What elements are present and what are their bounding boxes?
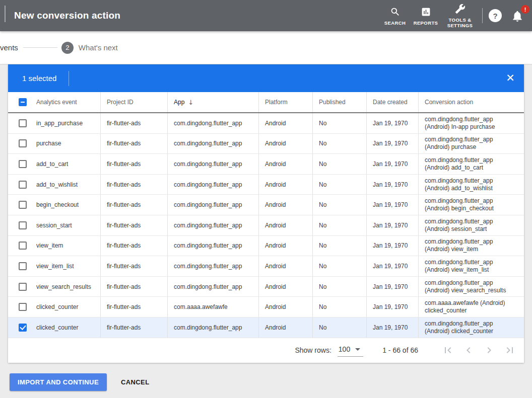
cell-conversion-action: com.dingdong.flutter_app (Android) add_t…: [418, 154, 524, 174]
table-row[interactable]: add_to_wishlist fir-flutter-ads com.ding…: [8, 175, 524, 195]
header-checkbox-cell: [8, 92, 35, 112]
table-row[interactable]: in_app_purchase fir-flutter-ads com.ding…: [8, 113, 524, 134]
app-bar: New conversion action SEARCH REPORTS TOO…: [0, 0, 532, 31]
row-checkbox[interactable]: [19, 262, 27, 270]
row-checkbox[interactable]: [19, 242, 27, 250]
column-header-conversion-action[interactable]: Conversion action: [418, 92, 524, 112]
cell-project-id: fir-flutter-ads: [100, 134, 167, 154]
table-row[interactable]: clicked_counter fir-flutter-ads com.ding…: [8, 317, 524, 338]
row-checkbox[interactable]: [19, 324, 27, 332]
cell-date-created: Jan 19, 1970: [366, 154, 418, 174]
row-checkbox-cell: [8, 277, 35, 297]
import-and-continue-button[interactable]: IMPORT AND CONTINUE: [10, 373, 107, 391]
table-row[interactable]: purchase fir-flutter-ads com.dingdong.fl…: [8, 134, 524, 154]
cell-project-id: fir-flutter-ads: [100, 175, 167, 195]
bell-icon: [511, 16, 524, 24]
cell-analytics-event: clicked_counter: [35, 317, 100, 338]
row-checkbox[interactable]: [19, 139, 27, 147]
table-header-row: Analytics event Project ID App ↓ Platfor…: [8, 92, 524, 113]
row-checkbox[interactable]: [19, 201, 27, 209]
table-row[interactable]: view_search_results fir-flutter-ads com.…: [8, 277, 524, 297]
show-rows-label: Show rows:: [295, 346, 331, 354]
tools-settings-label: TOOLS & SETTINGS: [442, 18, 478, 29]
selection-toolbar-divider: [69, 71, 69, 86]
stepper-connector-line: [23, 47, 57, 48]
cell-app: com.dingdong.flutter_app: [167, 134, 258, 154]
cell-platform: Android: [258, 134, 312, 154]
events-table-card: 1 selected ✕ Analytics event Project ID …: [8, 64, 524, 363]
row-checkbox-cell: [8, 215, 35, 235]
table-row[interactable]: session_start fir-flutter-ads com.dingdo…: [8, 215, 524, 236]
cell-app: com.dingdong.flutter_app: [167, 277, 258, 297]
column-header-project-id[interactable]: Project ID: [100, 92, 167, 112]
cell-platform: Android: [258, 236, 312, 256]
cell-project-id: fir-flutter-ads: [100, 297, 167, 317]
next-page-icon[interactable]: [483, 344, 495, 356]
table-row[interactable]: begin_checkout fir-flutter-ads com.dingd…: [8, 195, 524, 215]
column-header-date-created[interactable]: Date created: [366, 92, 418, 112]
cell-app: com.aaaa.awefawfe: [167, 297, 258, 317]
table-body: in_app_purchase fir-flutter-ads com.ding…: [8, 113, 524, 338]
column-header-published[interactable]: Published: [312, 92, 366, 112]
cell-project-id: fir-flutter-ads: [100, 277, 167, 297]
last-page-icon[interactable]: [504, 344, 516, 356]
notification-badge: !: [521, 5, 529, 14]
reports-label: REPORTS: [414, 21, 438, 26]
cancel-button[interactable]: CANCEL: [116, 374, 155, 390]
notifications-button[interactable]: !: [511, 7, 526, 24]
cell-conversion-action: com.dingdong.flutter_app (Android) begin…: [418, 195, 524, 215]
cell-project-id: fir-flutter-ads: [100, 236, 167, 256]
search-icon: [390, 7, 401, 19]
cell-conversion-action: com.dingdong.flutter_app (Android) view_…: [418, 277, 524, 297]
row-checkbox-cell: [8, 256, 35, 276]
cell-conversion-action: com.dingdong.flutter_app (Android) purch…: [418, 134, 524, 154]
table-row[interactable]: clicked_counter fir-flutter-ads com.aaaa…: [8, 297, 524, 317]
cell-date-created: Jan 19, 1970: [366, 215, 418, 235]
cell-date-created: Jan 19, 1970: [366, 195, 418, 215]
row-checkbox[interactable]: [19, 119, 27, 127]
tools-settings-nav-button[interactable]: TOOLS & SETTINGS: [442, 3, 478, 29]
previous-page-icon[interactable]: [462, 344, 475, 356]
cell-platform: Android: [258, 317, 312, 338]
search-label: SEARCH: [384, 21, 406, 26]
cell-project-id: fir-flutter-ads: [100, 195, 167, 215]
cell-published: No: [312, 256, 366, 276]
column-header-platform[interactable]: Platform: [258, 92, 312, 112]
close-icon[interactable]: ✕: [504, 71, 517, 85]
question-mark-icon: ?: [493, 12, 497, 20]
row-checkbox[interactable]: [19, 181, 27, 189]
row-checkbox[interactable]: [19, 160, 27, 168]
cell-published: No: [312, 134, 366, 154]
row-checkbox[interactable]: [19, 221, 27, 229]
cell-date-created: Jan 19, 1970: [366, 175, 418, 195]
selection-count: 1 selected: [22, 74, 56, 83]
cell-date-created: Jan 19, 1970: [366, 256, 418, 276]
rows-per-page-select[interactable]: 100: [338, 344, 363, 357]
row-checkbox-cell: [8, 113, 35, 133]
cell-conversion-action: com.dingdong.flutter_app (Android) click…: [418, 317, 524, 338]
cell-app: com.dingdong.flutter_app: [167, 175, 258, 195]
select-all-checkbox[interactable]: [19, 98, 27, 106]
search-nav-button[interactable]: SEARCH: [380, 6, 410, 26]
column-header-app[interactable]: App ↓: [167, 92, 258, 112]
cell-project-id: fir-flutter-ads: [100, 256, 167, 276]
cell-conversion-action: com.aaaa.awefawfe (Android) clicked_coun…: [418, 297, 524, 317]
cell-platform: Android: [258, 113, 312, 133]
stepper-step2-circle[interactable]: 2: [61, 42, 74, 54]
stepper-previous-step-label[interactable]: vents: [0, 43, 18, 52]
table-row[interactable]: add_to_cart fir-flutter-ads com.dingdong…: [8, 154, 524, 175]
help-button[interactable]: ?: [489, 9, 502, 22]
table-row[interactable]: view_item fir-flutter-ads com.dingdong.f…: [8, 236, 524, 257]
column-header-analytics-event[interactable]: Analytics event: [35, 92, 100, 112]
row-checkbox-cell: [8, 175, 35, 195]
reports-nav-button[interactable]: REPORTS: [410, 6, 442, 26]
row-checkbox-cell: [8, 154, 35, 174]
cell-date-created: Jan 19, 1970: [366, 317, 418, 338]
row-checkbox[interactable]: [19, 303, 27, 311]
row-checkbox[interactable]: [19, 283, 27, 291]
first-page-icon[interactable]: [442, 344, 454, 356]
cell-published: No: [312, 297, 366, 317]
table-row[interactable]: view_item_list fir-flutter-ads com.dingd…: [8, 256, 524, 277]
stepper: vents 2 What's next: [0, 31, 532, 64]
reports-icon: [421, 7, 431, 19]
